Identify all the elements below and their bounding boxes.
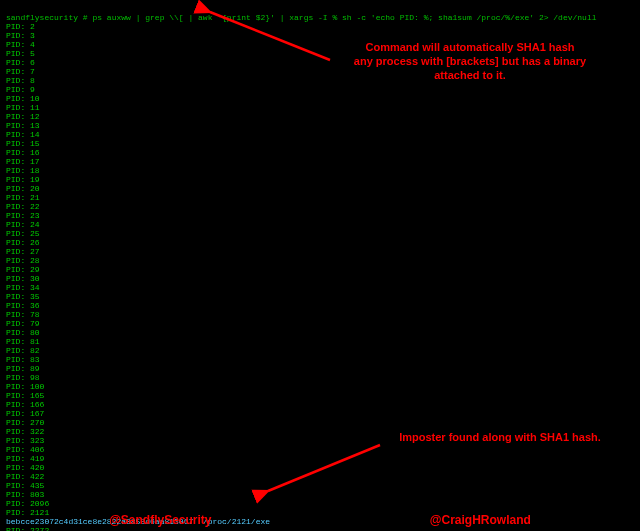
footer: @SandflySecurity @CraigHRowland	[0, 513, 640, 527]
footer-handle-right: @CraigHRowland	[430, 513, 531, 527]
svg-line-1	[268, 445, 380, 491]
arrow-bottom	[0, 0, 640, 531]
footer-handle-left: @SandflySecurity	[109, 513, 211, 527]
